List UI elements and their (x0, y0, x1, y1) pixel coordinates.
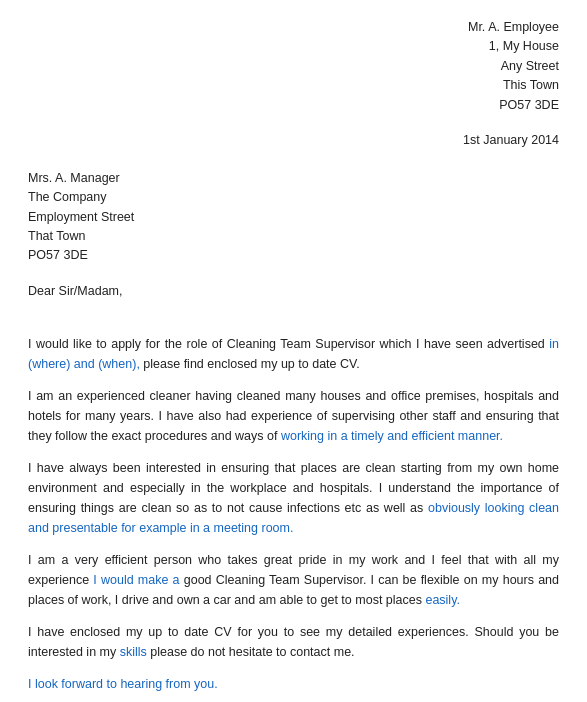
sender-address: Mr. A. Employee 1, My House Any Street T… (28, 18, 559, 115)
p6-text: I look forward to hearing from you. (28, 677, 218, 691)
sender-postcode: PO57 3DE (28, 96, 559, 115)
p4-text-highlight2: easily. (425, 593, 460, 607)
recipient-street: Employment Street (28, 208, 559, 227)
salutation: Dear Sir/Madam, (28, 284, 559, 298)
paragraph-5: I have enclosed my up to date CV for you… (28, 622, 559, 662)
paragraph-6: I look forward to hearing from you. (28, 674, 559, 694)
paragraph-2: I am an experienced cleaner having clean… (28, 386, 559, 446)
recipient-name: Mrs. A. Manager (28, 169, 559, 188)
letter-date: 1st January 2014 (28, 133, 559, 147)
p4-text-highlight: I would make a (93, 573, 179, 587)
paragraph-1: I would like to apply for the role of Cl… (28, 334, 559, 374)
p2-text-highlight: working in a timely and efficient manner… (281, 429, 503, 443)
paragraph-3: I have always been interested in ensurin… (28, 458, 559, 538)
sender-town: This Town (28, 76, 559, 95)
recipient-town: That Town (28, 227, 559, 246)
recipient-postcode: PO57 3DE (28, 246, 559, 265)
p1-text-after: please find enclosed my up to date CV. (140, 357, 360, 371)
p5-text-after: please do not hesitate to contact me. (147, 645, 355, 659)
p1-text-before: I would like to apply for the role of Cl… (28, 337, 549, 351)
recipient-address: Mrs. A. Manager The Company Employment S… (28, 169, 559, 266)
paragraph-4: I am a very efficient person who takes g… (28, 550, 559, 610)
sender-street: Any Street (28, 57, 559, 76)
sender-name: Mr. A. Employee (28, 18, 559, 37)
sender-house: 1, My House (28, 37, 559, 56)
p5-text-highlight: skills (120, 645, 147, 659)
recipient-company: The Company (28, 188, 559, 207)
